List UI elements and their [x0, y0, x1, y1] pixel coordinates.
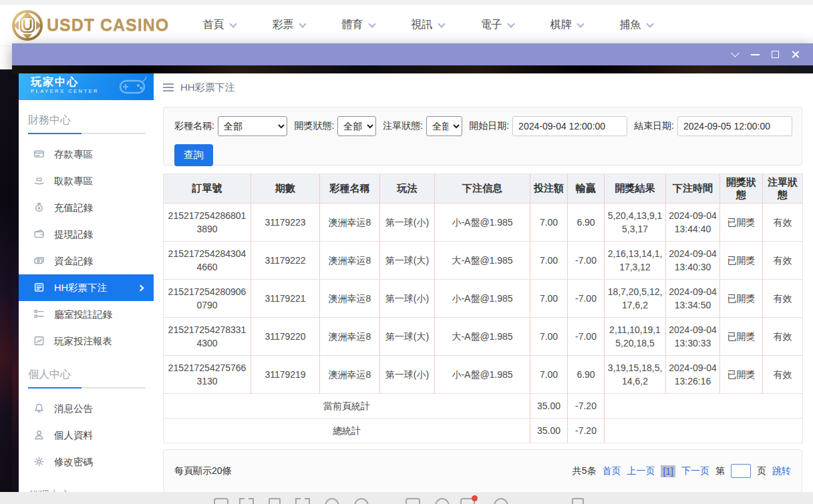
hamburger-menu-icon[interactable]	[163, 83, 174, 91]
sidebar-item-withdrawal-record[interactable]: 提現記錄	[19, 221, 154, 248]
page-title: HH彩票下注	[180, 81, 235, 94]
sidebar-item-hall-bet-record[interactable]: 廳室投註記錄	[19, 301, 154, 328]
table-cell: 2152172542783314300	[164, 318, 251, 356]
sidebar-item-announcements[interactable]: 消息公告	[19, 395, 154, 422]
circle-icon[interactable]	[354, 498, 369, 504]
sidebar-item-withdraw[interactable]: 取款專區	[19, 168, 154, 194]
maximize-icon	[772, 51, 779, 58]
bets-table: 訂單號期數彩種名稱玩法下注信息投注額輸贏開獎結果下注時間開獎狀態注單狀態 215…	[163, 174, 803, 443]
table-row: 215217254275766313031179219澳洲幸运8第一球(小)小-…	[164, 356, 803, 394]
pagination: 共5条 首页 上一页 [1] 下一页 第 页 跳转	[566, 464, 791, 478]
circle-icon[interactable]	[494, 498, 508, 504]
start-date-input[interactable]	[512, 116, 627, 136]
sidebar-item-profile[interactable]: 個人資料	[19, 422, 154, 449]
order-status-select[interactable]: 全部	[426, 116, 462, 136]
nav-item-label: 視訊	[412, 18, 433, 32]
nav-item-label: 棋牌	[550, 18, 572, 32]
table-cell: 31179222	[251, 242, 320, 280]
table-cell: 31179219	[251, 356, 320, 394]
notification-red-dot-icon[interactable]	[460, 498, 475, 504]
table-cell: 18,7,20,5,12,17,6,2	[605, 280, 666, 318]
table-cell: 第一球(小)	[380, 356, 435, 394]
brackets-icon[interactable]	[295, 498, 310, 504]
table-cell: 2152172542843044660	[164, 242, 251, 280]
site-top-navbar: USDT CASINO 首頁彩票體育視訊電子棋牌捕魚	[0, 5, 813, 45]
deposit-icon	[33, 148, 45, 160]
sidebar-item-label: 取款專區	[54, 175, 93, 188]
lottery-name-select[interactable]: 全部	[218, 116, 288, 136]
table-cell: 2024-09-04 13:30:33	[666, 318, 720, 356]
table-cell: 有效	[763, 280, 803, 318]
page-jump-input[interactable]	[731, 464, 751, 478]
content-header: HH彩票下注	[163, 73, 802, 101]
player-center-body: 玩家中心 PLAYERS CENTER 財務中心存款專區取款專區充值記錄提現記錄…	[12, 73, 813, 504]
table-cell: 6.90	[568, 356, 605, 394]
nav-item-視訊[interactable]: 視訊	[393, 18, 462, 32]
end-date-input[interactable]	[677, 116, 792, 136]
chevron-down-icon	[507, 20, 514, 27]
withdraw-icon	[33, 175, 45, 187]
draw-status-select[interactable]: 全部	[337, 116, 376, 136]
table-cell: -7.00	[568, 318, 605, 356]
page-background-image	[0, 69, 13, 492]
table-row: 215217254278331430031179220澳洲幸运8第一球(大)大-…	[164, 318, 803, 356]
window-maximize-button[interactable]	[765, 47, 785, 62]
window-collapse-button[interactable]	[725, 47, 745, 62]
user-icon	[33, 429, 45, 441]
summary-winloss-cell: -7.20	[568, 394, 605, 419]
sidebar-item-change-password[interactable]: 修改密碼	[19, 449, 154, 475]
clock-icon[interactable]	[325, 498, 339, 504]
table-cell: 大-A盤@1.985	[435, 242, 530, 280]
nav-item-彩票[interactable]: 彩票	[254, 18, 323, 32]
sidebar-item-deposit[interactable]: 存款專區	[19, 141, 154, 168]
table-cell: 澳洲幸运8	[320, 280, 380, 318]
nav-item-棋牌[interactable]: 棋牌	[532, 18, 601, 32]
table-cell: -7.00	[568, 242, 605, 280]
page-jump-link[interactable]: 跳转	[772, 465, 791, 477]
next-page-link[interactable]: 下一页	[681, 465, 709, 477]
square-icon[interactable]	[405, 498, 420, 504]
nav-item-label: 電子	[481, 18, 502, 32]
table-cell: 小-A盤@1.985	[435, 356, 530, 394]
summary-bet-cell: 35.00	[530, 419, 568, 443]
sidebar-item-player-bet-report[interactable]: 玩家投注報表	[19, 328, 154, 354]
window-minimize-button[interactable]	[745, 47, 765, 62]
nav-item-體育[interactable]: 體育	[323, 18, 393, 32]
nav-item-電子[interactable]: 電子	[462, 18, 532, 32]
brackets-icon[interactable]	[239, 498, 254, 504]
sidebar-item-label: 充值記錄	[54, 202, 93, 214]
nav-item-首頁[interactable]: 首頁	[184, 18, 254, 32]
chevron-down-icon	[229, 20, 236, 27]
sidebar-item-label: 個人資料	[54, 429, 93, 442]
current-page-badge: [1]	[661, 465, 675, 477]
circle-icon[interactable]	[435, 498, 450, 504]
sidebar-item-recharge-record[interactable]: 充值記錄	[19, 194, 154, 221]
first-page-link[interactable]: 首页	[602, 465, 621, 477]
table-cell: 2152172542809060790	[164, 280, 251, 318]
column-header: 開獎狀態	[720, 174, 763, 204]
start-date-label: 開始日期:	[469, 120, 509, 132]
lottery-ticket-icon	[33, 282, 45, 294]
column-header: 輸贏	[568, 174, 605, 204]
desk-icon[interactable]	[572, 498, 584, 504]
section-title: 財務中心	[28, 113, 154, 128]
document-icon[interactable]	[269, 498, 281, 504]
table-cell: 已開獎	[720, 356, 763, 394]
sidebar-item-hh-lottery-bets[interactable]: HH彩票下注	[19, 274, 154, 301]
funds-record-icon	[33, 255, 45, 267]
table-cell: 已開獎	[720, 204, 763, 242]
nav-item-label: 彩票	[273, 18, 294, 32]
table-cell: 2024-09-04 13:40:30	[666, 242, 720, 280]
search-button[interactable]: 查詢	[174, 144, 213, 166]
sidebar-item-funds-record[interactable]: 資金記錄	[19, 248, 154, 274]
chevron-down-icon	[731, 49, 740, 57]
window-close-button[interactable]	[785, 47, 805, 62]
table-cell: 31179220	[251, 318, 320, 356]
window-icon[interactable]	[214, 498, 228, 504]
nav-item-捕魚[interactable]: 捕魚	[601, 18, 671, 32]
window-titlebar	[12, 43, 813, 65]
brand[interactable]: USDT CASINO	[12, 10, 179, 41]
prev-page-link[interactable]: 上一页	[627, 465, 655, 477]
summary-winloss-cell: -7.20	[568, 419, 605, 443]
table-cell: 小-A盤@1.985	[435, 204, 530, 242]
